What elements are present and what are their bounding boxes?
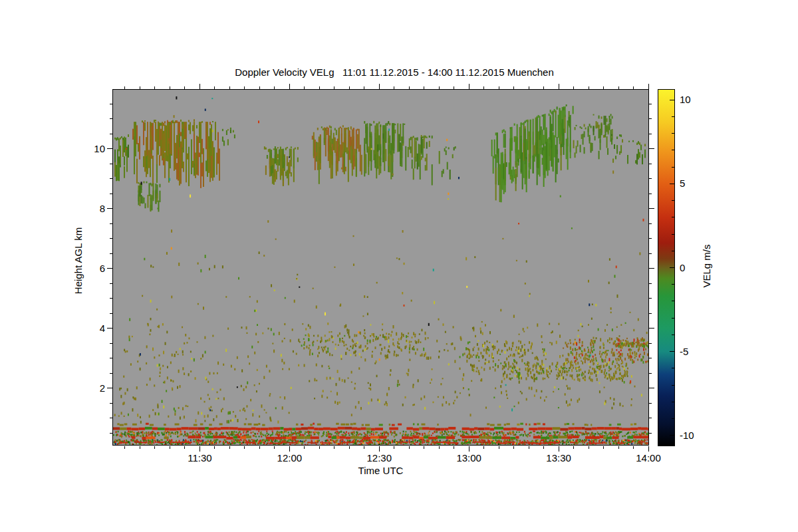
y-minor-tick [110, 283, 112, 284]
x-minor-tick [424, 446, 424, 449]
x-tick-label: 13:30 [532, 452, 585, 464]
y-major-tick [649, 328, 654, 329]
y-minor-tick [110, 104, 112, 104]
x-minor-tick [439, 86, 440, 89]
x-minor-tick [304, 446, 305, 449]
y-minor-tick [649, 118, 652, 119]
y-tick-label: 10 [82, 143, 105, 154]
x-major-tick [289, 446, 290, 452]
y-major-tick [107, 208, 112, 209]
colorbar-tick-label: 5 [680, 178, 709, 189]
colorbar-major-tick [670, 351, 674, 352]
x-minor-tick [543, 86, 544, 89]
x-minor-tick [409, 446, 410, 449]
x-minor-tick [259, 446, 260, 449]
colorbar-major-tick [670, 267, 674, 268]
x-minor-tick [154, 86, 155, 89]
x-minor-tick [364, 446, 364, 449]
colorbar-minor-tick [672, 150, 674, 150]
x-minor-tick [334, 86, 334, 89]
colorbar-minor-tick [672, 284, 674, 285]
colorbar-major-tick [670, 435, 674, 436]
x-minor-tick [394, 86, 394, 89]
x-minor-tick [349, 446, 350, 449]
colorbar-label: VELg m/s [701, 244, 712, 287]
x-minor-tick [319, 446, 320, 449]
colorbar-minor-tick [672, 217, 674, 217]
y-minor-tick [110, 298, 112, 299]
figure: Doppler Velocity VELg 11:01 11.12.2015 -… [0, 0, 798, 532]
x-minor-tick [244, 86, 245, 89]
y-minor-tick [649, 313, 652, 314]
x-minor-tick [424, 86, 424, 89]
x-major-tick [559, 446, 559, 452]
colorbar-minor-tick [672, 402, 674, 402]
y-tick-label: 4 [82, 323, 105, 334]
colorbar-tick-label: -10 [680, 430, 709, 441]
colorbar-minor-tick [672, 318, 674, 319]
x-minor-tick [543, 446, 544, 449]
y-minor-tick [110, 343, 112, 344]
y-minor-tick [649, 418, 652, 418]
y-minor-tick [649, 223, 652, 224]
x-major-tick [379, 446, 380, 452]
x-minor-tick [483, 446, 484, 449]
x-minor-tick [513, 86, 514, 89]
y-minor-tick [649, 253, 652, 254]
y-minor-tick [649, 194, 652, 194]
y-minor-tick [649, 358, 652, 358]
y-minor-tick [649, 238, 652, 239]
colorbar-minor-tick [672, 116, 674, 117]
x-major-tick [648, 84, 649, 89]
y-minor-tick [110, 313, 112, 314]
x-major-tick [379, 84, 380, 89]
x-minor-tick [529, 446, 529, 449]
x-minor-tick [259, 86, 260, 89]
y-major-tick [107, 148, 112, 149]
y-major-tick [107, 328, 112, 329]
x-tick-label: 12:00 [263, 452, 316, 464]
colorbar-minor-tick [672, 418, 674, 419]
colorbar-minor-tick [672, 385, 674, 386]
x-minor-tick [274, 86, 275, 89]
x-minor-tick [140, 446, 140, 449]
x-minor-tick [454, 446, 454, 449]
y-minor-tick [110, 253, 112, 254]
x-tick-label: 11:30 [173, 452, 226, 464]
y-tick-label: 2 [82, 382, 105, 394]
y-major-tick [107, 268, 112, 269]
x-minor-tick [483, 86, 484, 89]
x-minor-tick [454, 86, 454, 89]
x-minor-tick [184, 86, 185, 89]
y-major-tick [649, 148, 654, 149]
y-minor-tick [649, 283, 652, 284]
x-minor-tick [170, 86, 170, 89]
colorbar-minor-tick [672, 234, 674, 235]
colorbar-minor-tick [672, 200, 674, 201]
x-minor-tick [618, 86, 619, 89]
x-minor-tick [140, 86, 140, 89]
y-minor-tick [110, 223, 112, 224]
y-minor-tick [110, 118, 112, 119]
x-minor-tick [499, 446, 499, 449]
x-axis-label: Time UTC [113, 465, 648, 476]
y-axis-label: Height AGL km [72, 227, 84, 294]
x-minor-tick [589, 86, 589, 89]
x-major-tick [200, 446, 200, 452]
x-minor-tick [499, 86, 499, 89]
x-major-tick [289, 84, 290, 89]
x-minor-tick [573, 446, 574, 449]
y-minor-tick [649, 373, 652, 374]
colorbar-minor-tick [672, 301, 674, 301]
x-minor-tick [603, 446, 604, 449]
x-minor-tick [349, 86, 350, 89]
y-minor-tick [110, 238, 112, 239]
y-major-tick [107, 388, 112, 388]
y-minor-tick [649, 433, 652, 434]
colorbar-minor-tick [672, 133, 674, 134]
x-minor-tick [513, 446, 514, 449]
x-minor-tick [394, 446, 394, 449]
x-minor-tick [124, 86, 125, 89]
colorbar-major-tick [670, 184, 674, 184]
x-minor-tick [229, 86, 230, 89]
